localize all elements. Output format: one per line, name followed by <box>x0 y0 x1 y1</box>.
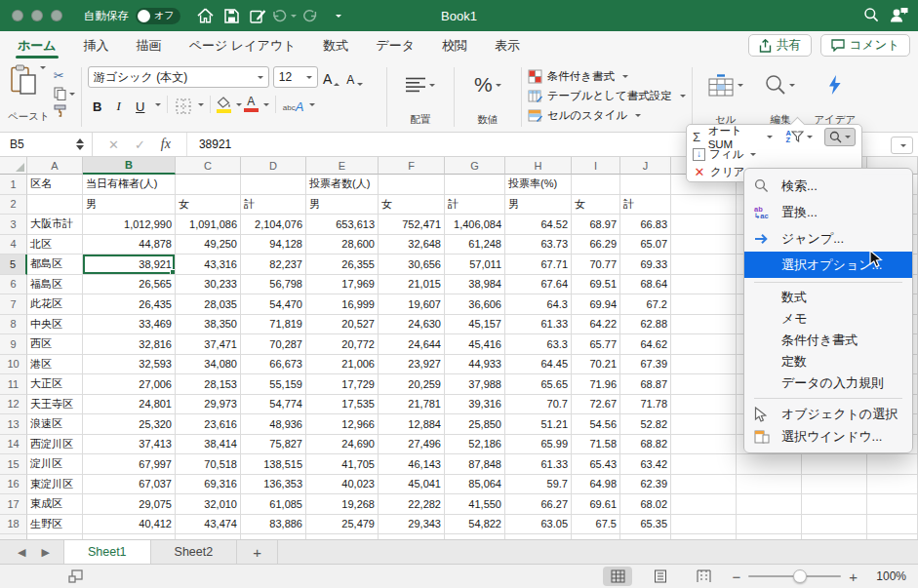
row-header-3[interactable]: 3 <box>0 215 27 235</box>
cell[interactable]: 29,343 <box>379 515 445 535</box>
column-header-G[interactable]: G <box>445 157 505 175</box>
cell[interactable]: 生野区 <box>27 515 83 535</box>
cell[interactable]: 30,656 <box>379 255 445 275</box>
cell[interactable]: 64.62 <box>620 334 671 355</box>
cell[interactable]: 653,613 <box>306 215 379 235</box>
sheet-tab-sheet1[interactable]: Sheet1 <box>63 540 151 564</box>
cell[interactable]: 54,822 <box>445 515 505 535</box>
cell[interactable]: 区名 <box>27 175 83 195</box>
cell[interactable]: 19,607 <box>379 294 445 315</box>
cell[interactable]: 67.71 <box>505 255 572 275</box>
cell[interactable]: 64.3 <box>505 294 572 315</box>
cell[interactable] <box>671 515 737 535</box>
cell[interactable]: 17,729 <box>306 374 379 395</box>
cell[interactable]: 71,819 <box>241 315 306 335</box>
cell[interactable]: 54.56 <box>572 414 620 435</box>
add-sheet-button[interactable]: + <box>237 540 278 564</box>
menu-item[interactable]: 検索... <box>744 173 912 199</box>
cell[interactable]: 69.61 <box>572 494 620 515</box>
cell[interactable]: 37,413 <box>83 435 176 455</box>
cell[interactable]: 男 <box>306 195 379 216</box>
cell[interactable]: 71.96 <box>572 374 620 395</box>
fill-dropdown-caret[interactable] <box>750 153 756 159</box>
autosave-toggle[interactable]: オフ <box>136 8 180 24</box>
cell[interactable]: 44,878 <box>83 235 176 255</box>
cell[interactable]: 天王寺区 <box>27 395 83 415</box>
cell[interactable]: 投票率(%) <box>505 175 572 195</box>
tab-data[interactable]: データ <box>376 31 415 60</box>
cell[interactable]: 64.45 <box>505 355 572 375</box>
cell[interactable]: 浪速区 <box>27 414 83 435</box>
autosum-button[interactable]: オート SUM <box>708 124 760 150</box>
font-color-dropdown-caret[interactable] <box>263 103 269 109</box>
page-break-view-button[interactable] <box>689 567 718 586</box>
cell[interactable]: 25,320 <box>83 414 176 435</box>
cell[interactable] <box>802 475 867 495</box>
cell[interactable]: 61.33 <box>505 454 572 475</box>
bold-button[interactable]: B <box>88 95 107 114</box>
cell[interactable] <box>867 475 918 495</box>
cell[interactable]: 20,527 <box>306 315 379 335</box>
share-people-icon[interactable] <box>889 7 908 25</box>
cell[interactable]: 87,848 <box>445 454 505 475</box>
cell[interactable]: 2,104,076 <box>241 215 306 235</box>
cell[interactable] <box>671 315 737 335</box>
tab-insert[interactable]: 挿入 <box>84 31 109 60</box>
cell[interactable] <box>671 475 737 495</box>
cell[interactable]: 17,535 <box>306 395 379 415</box>
comments-button[interactable]: コメント <box>820 34 910 57</box>
cell[interactable]: 29,973 <box>176 395 241 415</box>
cell[interactable] <box>671 435 737 455</box>
select-all-corner[interactable] <box>0 157 27 175</box>
cell[interactable] <box>671 454 737 475</box>
cell[interactable] <box>671 355 737 375</box>
cell[interactable]: 83,886 <box>241 515 306 535</box>
cell[interactable]: 68.82 <box>620 435 671 455</box>
cell[interactable]: 55,159 <box>241 374 306 395</box>
cell[interactable] <box>802 454 867 475</box>
cell[interactable] <box>671 414 737 435</box>
column-header-C[interactable]: C <box>176 157 241 175</box>
fill-button[interactable]: フィル <box>709 147 743 162</box>
menu-item[interactable]: データの入力規則 <box>744 372 912 394</box>
redo-icon[interactable] <box>298 4 323 27</box>
cell[interactable]: 28,153 <box>176 374 241 395</box>
edit-button[interactable] <box>765 68 795 101</box>
italic-button[interactable]: I <box>109 95 129 114</box>
text-effects-dropdown-caret[interactable] <box>309 103 315 109</box>
cell[interactable]: 此花区 <box>27 294 83 315</box>
tab-review[interactable]: 校閲 <box>442 31 467 60</box>
column-header-J[interactable]: J <box>620 157 671 175</box>
cell[interactable]: 68.97 <box>572 215 620 235</box>
cell[interactable]: 23,616 <box>176 414 241 435</box>
cell[interactable]: 62.88 <box>620 315 671 335</box>
cell[interactable]: 24,644 <box>379 334 445 355</box>
cell[interactable]: 68.64 <box>620 275 671 295</box>
alignment-button[interactable] <box>406 68 435 101</box>
insert-function-icon[interactable]: fx <box>161 137 171 152</box>
cell[interactable]: 64.98 <box>572 475 620 495</box>
selection-frame-icon[interactable] <box>68 569 83 583</box>
cell[interactable]: 東淀川区 <box>27 475 83 495</box>
cell[interactable] <box>737 454 802 475</box>
menu-item[interactable]: オブジェクトの選択 <box>744 403 912 425</box>
cell[interactable]: 67.39 <box>620 355 671 375</box>
cell[interactable]: 64.52 <box>505 215 572 235</box>
cell[interactable]: 51.21 <box>505 414 572 435</box>
sheet-nav-right-icon[interactable]: ▶ <box>41 546 49 559</box>
cell[interactable]: 45,416 <box>445 334 505 355</box>
cell[interactable]: 25,479 <box>306 515 379 535</box>
cell[interactable] <box>176 175 241 195</box>
menu-item[interactable]: メモ <box>744 308 912 330</box>
cell[interactable]: 投票者数(人) <box>306 175 379 195</box>
name-box-stepper[interactable] <box>76 138 84 150</box>
cell[interactable]: 45,041 <box>379 475 445 495</box>
cell[interactable]: 19,268 <box>306 494 379 515</box>
format-as-table-button[interactable]: テーブルとして書式設定 <box>528 86 686 105</box>
cells-dropdown-caret[interactable] <box>738 84 743 90</box>
clear-button[interactable]: クリア <box>710 165 744 179</box>
tab-formulas[interactable]: 数式 <box>323 31 348 60</box>
cell[interactable]: 57,011 <box>445 255 505 275</box>
sheet-nav-left-icon[interactable]: ◀ <box>18 546 25 559</box>
row-header-9[interactable]: 9 <box>0 334 27 355</box>
